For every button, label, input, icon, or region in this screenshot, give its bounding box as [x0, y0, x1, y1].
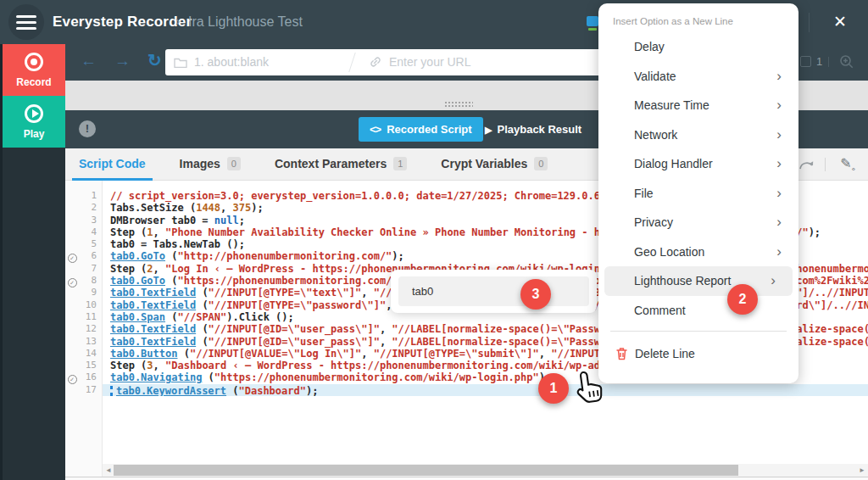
toolbar-divider	[825, 158, 826, 171]
refresh-icon[interactable]: ↻	[147, 50, 162, 70]
code-line-text[interactable]: tab0.KeywordAssert ("Dashboard");	[103, 384, 868, 396]
line-check-empty	[65, 299, 79, 311]
tab-context-parameters[interactable]: Context Parameters1	[268, 148, 414, 181]
recorded-script-label: Recorded Script	[387, 123, 471, 136]
play-button[interactable]: Play	[3, 96, 65, 148]
tab-script-code[interactable]: Script Code	[72, 148, 153, 181]
tab-images[interactable]: Images0	[173, 148, 248, 181]
tab-count-badge: 0	[227, 157, 241, 170]
tab-count-badge: 1	[393, 157, 407, 170]
tab-label: 1. about:blank	[194, 55, 269, 69]
line-check-empty	[65, 311, 79, 323]
play-icon	[25, 104, 43, 123]
hamburger-menu-icon[interactable]	[8, 4, 44, 40]
menu-item-delay[interactable]: Delay	[598, 32, 798, 62]
chevron-right-icon: ›	[771, 272, 776, 289]
menu-item-validate[interactable]: Validate›	[598, 62, 798, 92]
browser-tab-chip[interactable]: 1. about:blank	[174, 49, 269, 75]
back-icon[interactable]: ←	[81, 52, 97, 70]
tab-crypt-variables[interactable]: Crypt Variables0	[434, 148, 554, 181]
close-icon[interactable]: ✕	[829, 11, 851, 33]
record-button[interactable]: Record	[3, 44, 65, 96]
tooltip-value-field[interactable]: tab0	[398, 276, 589, 306]
left-sidebar: Record Play	[0, 44, 65, 480]
menu-item-delete-line[interactable]: Delete Line	[598, 338, 798, 370]
line-number: 17	[79, 384, 103, 396]
scroll-left-icon[interactable]: ◄	[105, 466, 112, 474]
drag-handle-icon[interactable]	[444, 101, 473, 109]
line-check-icon: ✓	[65, 275, 79, 287]
play-label: Play	[3, 128, 65, 140]
annotation-badge-2: 2	[727, 284, 758, 315]
zoom-in-icon[interactable]	[838, 53, 855, 70]
page-footer	[65, 477, 868, 480]
menu-item-file[interactable]: File›	[598, 179, 798, 209]
menu-item-measure-time[interactable]: Measure Time›	[598, 91, 798, 120]
line-check-empty	[65, 263, 79, 275]
chevron-right-icon: ›	[776, 155, 782, 172]
tab-count-badge: 0	[534, 157, 548, 170]
line-check-empty	[65, 226, 79, 238]
line-number: 1	[79, 190, 103, 202]
menu-item-network[interactable]: Network›	[598, 120, 798, 150]
line-number: 6	[79, 250, 103, 262]
playback-result-button[interactable]: ▶Playback Result	[474, 117, 593, 142]
line-check-empty	[65, 238, 79, 250]
line-number: 12	[79, 323, 103, 335]
line-check-empty	[65, 336, 79, 348]
line-check-empty	[65, 384, 79, 396]
line-check-empty	[65, 190, 79, 202]
line-number: 5	[79, 238, 103, 250]
tab-edge-separator	[348, 53, 355, 72]
folder-icon	[174, 57, 187, 68]
menu-item-geo-location[interactable]: Geo Location›	[598, 237, 798, 267]
nav-divider	[828, 57, 829, 67]
menu-item-comment[interactable]: Comment	[598, 296, 798, 326]
record-label: Record	[3, 76, 65, 88]
redo-icon[interactable]	[798, 159, 815, 170]
menu-item-dialog-handler[interactable]: Dialog Handler›	[598, 149, 798, 179]
insert-caret-icon	[110, 386, 113, 396]
screen-counter: 1	[816, 55, 822, 68]
breadcrumb-separator: ›	[175, 14, 180, 29]
line-number: 14	[79, 348, 103, 360]
code-line[interactable]: 17tab0.KeywordAssert ("Dashboard");	[65, 384, 868, 396]
context-menu-header: Insert Option as a New Line	[598, 3, 798, 32]
trash-icon	[615, 347, 628, 360]
code-icon: <>	[370, 123, 381, 136]
edit-script-icon[interactable]: ✎‹›	[840, 155, 854, 173]
line-check-empty	[65, 348, 79, 360]
chevron-right-icon: ›	[776, 97, 782, 114]
url-input[interactable]: Enter your URL	[369, 49, 470, 75]
screen-icon	[800, 56, 811, 67]
value-tooltip: tab0	[391, 270, 597, 313]
line-number: 9	[79, 287, 103, 299]
chevron-right-icon: ›	[776, 214, 782, 231]
horizontal-scrollbar[interactable]: ◄ ►	[103, 464, 868, 477]
recorded-script-button[interactable]: <>Recorded Script	[359, 117, 483, 142]
scroll-right-icon[interactable]: ►	[859, 466, 865, 474]
menu-item-privacy[interactable]: Privacy›	[598, 208, 798, 237]
forward-icon[interactable]: →	[114, 52, 131, 70]
menu-item-lighthouse-report[interactable]: Lighthouse Report›	[604, 266, 793, 296]
line-number: 2	[79, 202, 103, 214]
scrollbar-thumb[interactable]	[114, 465, 738, 476]
line-check-empty	[65, 215, 79, 226]
line-number: 13	[79, 336, 103, 348]
alert-icon[interactable]: !	[79, 120, 96, 137]
line-number: 11	[79, 311, 103, 323]
playback-result-label: Playback Result	[497, 123, 581, 136]
insert-option-context-menu: Insert Option as a New Line DelayValidat…	[598, 3, 798, 383]
line-number: 4	[79, 226, 103, 238]
line-check-empty	[65, 360, 79, 371]
line-check-empty	[65, 202, 79, 214]
link-icon	[369, 55, 382, 69]
chat-icon[interactable]	[587, 16, 599, 31]
line-number: 10	[79, 299, 103, 311]
line-number: 7	[79, 263, 103, 275]
everystep-recorder-window: Everystep Recorder › Ira Lighthouse Test…	[0, 0, 868, 480]
play-triangle-icon: ▶	[485, 125, 491, 135]
chevron-right-icon: ›	[776, 68, 782, 85]
line-check-empty	[65, 323, 79, 335]
app-title: Everystep Recorder	[53, 14, 192, 31]
